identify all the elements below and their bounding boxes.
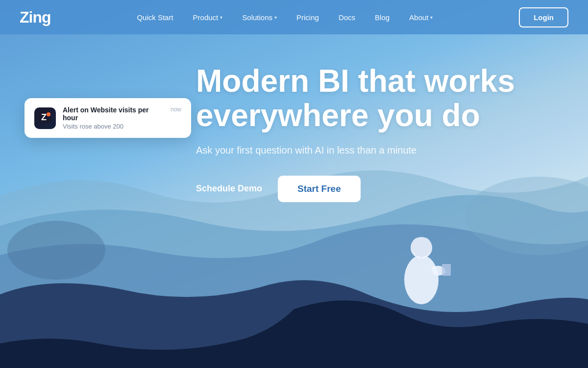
nav-link-blog[interactable]: Blog bbox=[367, 9, 397, 26]
svg-point-7 bbox=[47, 112, 50, 116]
nav-link-solutions[interactable]: Solutions ▾ bbox=[234, 9, 285, 26]
chevron-down-icon: ▾ bbox=[274, 15, 277, 20]
notification-time: now bbox=[171, 106, 181, 113]
nav-item-solutions[interactable]: Solutions ▾ bbox=[234, 9, 285, 26]
nav-link-docs[interactable]: Docs bbox=[331, 9, 363, 26]
nav-link-product[interactable]: Product ▾ bbox=[185, 9, 231, 26]
nav-link-about[interactable]: About ▾ bbox=[401, 9, 441, 26]
nav-item-product[interactable]: Product ▾ bbox=[185, 9, 231, 26]
nav-link-quickstart[interactable]: Quick Start bbox=[129, 9, 181, 26]
svg-point-0 bbox=[7, 221, 105, 280]
hero-subtext: Ask your first question with AI in less … bbox=[196, 145, 588, 156]
login-button[interactable]: Login bbox=[519, 7, 568, 27]
nav-links: Quick Start Product ▾ Solutions ▾ Pricin… bbox=[129, 9, 441, 26]
nav-item-about[interactable]: About ▾ bbox=[401, 9, 441, 26]
hero-buttons: Schedule Demo Start Free bbox=[196, 176, 588, 202]
notification-title: Alert on Website visits per hour bbox=[63, 106, 164, 122]
notification-icon: Z bbox=[34, 107, 56, 129]
hero-headline: Modern BI that works everywhere you do bbox=[196, 64, 529, 133]
notification-icon-letter: Z bbox=[39, 110, 51, 126]
nav-item-pricing[interactable]: Pricing bbox=[289, 9, 327, 26]
chevron-down-icon: ▾ bbox=[430, 15, 433, 20]
notification-subtitle: Visits rose above 200 bbox=[63, 123, 164, 130]
chevron-down-icon: ▾ bbox=[220, 15, 222, 20]
start-free-button[interactable]: Start Free bbox=[278, 176, 361, 202]
nav-item-blog[interactable]: Blog bbox=[367, 9, 397, 26]
schedule-demo-button[interactable]: Schedule Demo bbox=[196, 184, 262, 194]
navbar: Zing Quick Start Product ▾ Solutions ▾ P… bbox=[0, 0, 588, 34]
notification-text: Alert on Website visits per hour Visits … bbox=[63, 106, 164, 130]
logo-text: Zing bbox=[20, 8, 51, 26]
svg-rect-4 bbox=[442, 264, 451, 276]
nav-item-quickstart[interactable]: Quick Start bbox=[129, 9, 181, 26]
svg-text:Z: Z bbox=[41, 112, 47, 122]
nav-item-docs[interactable]: Docs bbox=[331, 9, 363, 26]
notification-card: Z Alert on Website visits per hour Visit… bbox=[24, 98, 191, 138]
svg-point-2 bbox=[404, 255, 439, 304]
nav-link-pricing[interactable]: Pricing bbox=[289, 9, 327, 26]
logo[interactable]: Zing bbox=[20, 8, 51, 26]
